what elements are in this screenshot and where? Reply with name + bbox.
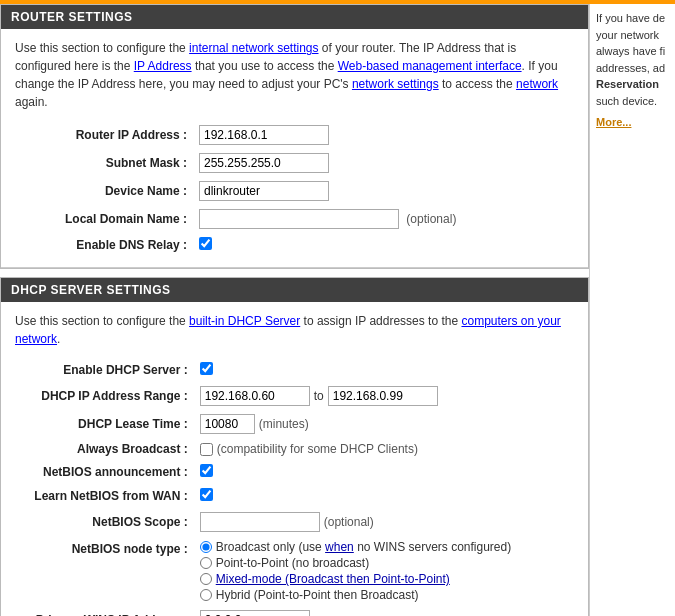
enable-dns-checkbox[interactable] — [199, 237, 212, 250]
dhcp-range-label: DHCP IP Address Range : — [15, 382, 196, 410]
sidebar-text: If you have deyour networkalways have fi… — [596, 10, 669, 109]
router-settings-header: ROUTER SETTINGS — [1, 5, 588, 29]
enable-dns-label: Enable DNS Relay : — [15, 233, 195, 257]
netbios-announcement-checkbox[interactable] — [200, 464, 213, 477]
always-broadcast-label: Always Broadcast : — [15, 438, 196, 460]
enable-dhcp-checkbox[interactable] — [200, 362, 213, 375]
lease-time-unit: (minutes) — [259, 417, 309, 431]
radio-hybrid: Hybrid (Point-to-Point then Broadcast) — [200, 588, 570, 602]
netbios-node-type-group: Broadcast only (use when no WINS servers… — [200, 540, 570, 602]
local-domain-label: Local Domain Name : — [15, 205, 195, 233]
sidebar-always-have: always have fi — [596, 45, 665, 57]
learn-netbios-checkbox[interactable] — [200, 488, 213, 501]
lease-time-label: DHCP Lease Time : — [15, 410, 196, 438]
local-domain-optional: (optional) — [406, 212, 456, 226]
device-name-input[interactable] — [199, 181, 329, 201]
netbios-node-label: NetBIOS node type : — [15, 536, 196, 606]
enable-dhcp-label: Enable DHCP Server : — [15, 358, 196, 382]
learn-netbios-label: Learn NetBIOS from WAN : — [15, 484, 196, 508]
router-settings-form: Router IP Address : Subnet Mask : Device… — [15, 121, 574, 257]
sidebar-more-link[interactable]: More... — [596, 115, 669, 130]
primary-wins-input[interactable] — [200, 610, 310, 616]
netbios-scope-label: NetBIOS Scope : — [15, 508, 196, 536]
radio-p2p-label: Point-to-Point (no broadcast) — [216, 556, 369, 570]
netbios-scope-optional: (optional) — [324, 515, 374, 529]
dhcp-settings-form: Enable DHCP Server : DHCP IP Address Ran… — [15, 358, 574, 616]
primary-wins-label: Primary WINS IP Address : — [15, 606, 196, 616]
sidebar-reservation: Reservation — [596, 78, 659, 90]
dhcp-range-from-input[interactable] — [200, 386, 310, 406]
router-settings-description: Use this section to configure the intern… — [15, 39, 574, 111]
subnet-mask-input[interactable] — [199, 153, 329, 173]
dhcp-settings-description: Use this section to configure the built-… — [15, 312, 574, 348]
dhcp-range-to-text: to — [314, 389, 324, 403]
dhcp-range-to-input[interactable] — [328, 386, 438, 406]
radio-p2p: Point-to-Point (no broadcast) — [200, 556, 570, 570]
always-broadcast-note: (compatibility for some DHCP Clients) — [217, 442, 418, 456]
device-name-label: Device Name : — [15, 177, 195, 205]
radio-mixed: Mixed-mode (Broadcast then Point-to-Poin… — [200, 572, 570, 586]
radio-p2p-input[interactable] — [200, 557, 212, 569]
netbios-announcement-label: NetBIOS announcement : — [15, 460, 196, 484]
always-broadcast-checkbox[interactable] — [200, 443, 213, 456]
lease-time-input[interactable] — [200, 414, 255, 434]
dhcp-settings-title: DHCP SERVER SETTINGS — [11, 283, 171, 297]
router-ip-input[interactable] — [199, 125, 329, 145]
radio-broadcast-label: Broadcast only (use when no WINS servers… — [216, 540, 511, 554]
radio-hybrid-input[interactable] — [200, 589, 212, 601]
radio-broadcast: Broadcast only (use when no WINS servers… — [200, 540, 570, 554]
subnet-mask-label: Subnet Mask : — [15, 149, 195, 177]
radio-broadcast-input[interactable] — [200, 541, 212, 553]
radio-mixed-input[interactable] — [200, 573, 212, 585]
radio-mixed-label: Mixed-mode (Broadcast then Point-to-Poin… — [216, 572, 450, 586]
netbios-scope-input[interactable] — [200, 512, 320, 532]
router-ip-label: Router IP Address : — [15, 121, 195, 149]
sidebar: If you have deyour networkalways have fi… — [590, 4, 675, 616]
dhcp-settings-header: DHCP SERVER SETTINGS — [1, 278, 588, 302]
local-domain-input[interactable] — [199, 209, 399, 229]
radio-hybrid-label: Hybrid (Point-to-Point then Broadcast) — [216, 588, 419, 602]
router-settings-title: ROUTER SETTINGS — [11, 10, 133, 24]
